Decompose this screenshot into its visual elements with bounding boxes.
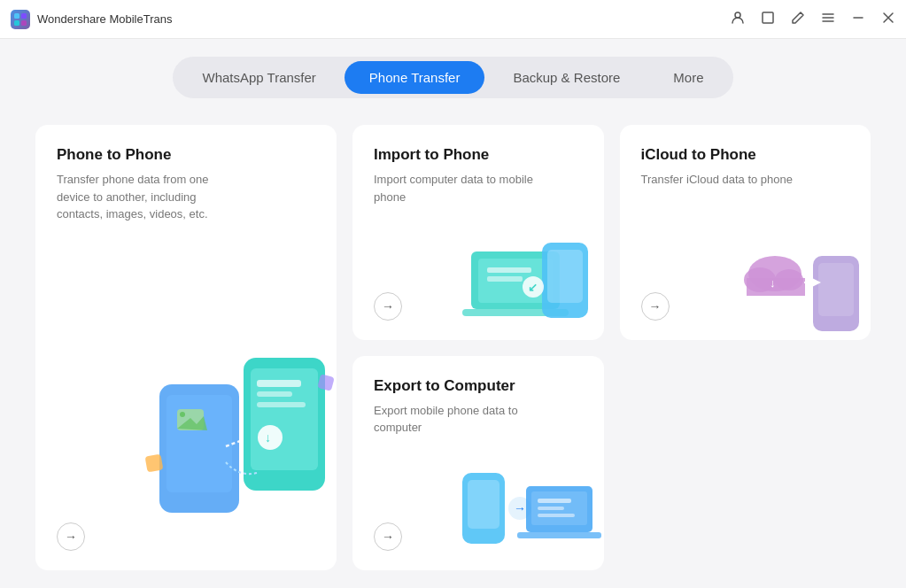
card-desc-import: Import computer data to mobile phone bbox=[374, 171, 533, 205]
card-phone-to-phone[interactable]: Phone to Phone Transfer phone data from … bbox=[35, 125, 337, 570]
illus-icloud: ↓ bbox=[738, 225, 871, 340]
cards-grid: Phone to Phone Transfer phone data from … bbox=[35, 125, 871, 570]
svg-rect-43 bbox=[538, 499, 571, 503]
svg-rect-3 bbox=[21, 20, 27, 26]
svg-rect-30 bbox=[818, 263, 854, 316]
illus-phone-to-phone: ↓ bbox=[142, 331, 337, 535]
svg-text:↙: ↙ bbox=[528, 281, 538, 294]
card-export-to-computer[interactable]: Export to Computer Export mobile phone d… bbox=[352, 356, 604, 571]
svg-rect-34 bbox=[747, 278, 805, 296]
card-desc-export: Export mobile phone data to computer bbox=[374, 402, 533, 437]
tab-whatsapp[interactable]: WhatsApp Transfer bbox=[177, 61, 340, 94]
app-name: Wondershare MobileTrans bbox=[37, 12, 172, 26]
svg-rect-26 bbox=[547, 250, 583, 303]
window-icon[interactable] bbox=[761, 11, 775, 27]
illus-export: → bbox=[453, 455, 604, 570]
svg-rect-42 bbox=[517, 532, 601, 538]
card-title-import: Import to Phone bbox=[374, 146, 583, 164]
titlebar-left: Wondershare MobileTrans bbox=[11, 10, 172, 29]
svg-text:↓: ↓ bbox=[265, 430, 271, 445]
svg-text:↓: ↓ bbox=[770, 276, 776, 290]
titlebar: Wondershare MobileTrans bbox=[0, 0, 906, 39]
card-desc-phone-to-phone: Transfer phone data from one device to a… bbox=[57, 171, 216, 223]
svg-rect-13 bbox=[257, 380, 301, 387]
menu-icon[interactable] bbox=[821, 11, 835, 27]
card-title-icloud: iCloud to Phone bbox=[641, 146, 850, 164]
svg-rect-5 bbox=[763, 12, 773, 23]
card-arrow-icloud[interactable]: → bbox=[641, 292, 670, 321]
card-title-phone-to-phone: Phone to Phone bbox=[57, 146, 315, 164]
svg-rect-1 bbox=[21, 13, 27, 19]
nav-tabs: WhatsApp Transfer Phone Transfer Backup … bbox=[173, 57, 732, 98]
svg-point-4 bbox=[735, 12, 740, 18]
card-arrow-phone-to-phone[interactable]: → bbox=[57, 522, 85, 551]
card-import-to-phone[interactable]: Import to Phone Import computer data to … bbox=[352, 125, 604, 340]
profile-icon[interactable] bbox=[731, 11, 745, 27]
illus-import: ↙ bbox=[462, 225, 604, 340]
tab-backup[interactable]: Backup & Restore bbox=[488, 61, 645, 94]
card-title-export: Export to Computer bbox=[374, 377, 583, 395]
svg-point-9 bbox=[180, 412, 185, 417]
card-arrow-export[interactable]: → bbox=[374, 522, 402, 551]
main-content: WhatsApp Transfer Phone Transfer Backup … bbox=[0, 39, 906, 588]
svg-rect-14 bbox=[257, 391, 292, 397]
tab-more[interactable]: More bbox=[648, 61, 728, 94]
close-icon[interactable] bbox=[881, 11, 895, 27]
tab-phone[interactable]: Phone Transfer bbox=[345, 61, 485, 94]
edit-icon[interactable] bbox=[791, 11, 805, 27]
card-icloud-to-phone[interactable]: iCloud to Phone Transfer iCloud data to … bbox=[620, 125, 871, 340]
svg-rect-24 bbox=[487, 276, 523, 282]
svg-rect-23 bbox=[487, 267, 531, 273]
card-arrow-import[interactable]: → bbox=[374, 292, 402, 321]
svg-rect-0 bbox=[14, 13, 19, 19]
svg-text:→: → bbox=[514, 501, 526, 515]
svg-rect-37 bbox=[468, 480, 499, 529]
svg-rect-18 bbox=[145, 454, 164, 473]
app-icon bbox=[11, 10, 30, 29]
svg-rect-44 bbox=[538, 507, 564, 510]
titlebar-controls bbox=[731, 11, 895, 27]
svg-rect-2 bbox=[14, 20, 19, 26]
svg-rect-45 bbox=[538, 514, 575, 517]
svg-rect-15 bbox=[257, 402, 306, 407]
minimize-icon[interactable] bbox=[851, 11, 865, 27]
card-desc-icloud: Transfer iCloud data to phone bbox=[641, 171, 801, 189]
